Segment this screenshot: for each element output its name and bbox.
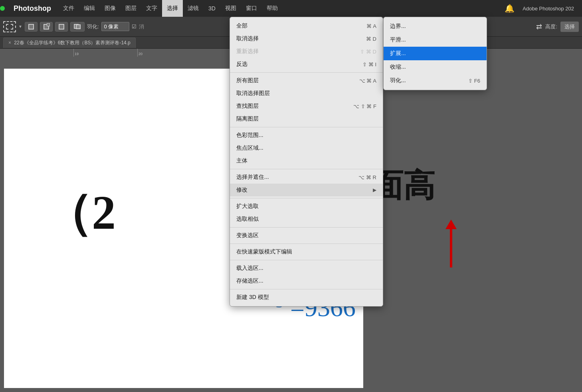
menu-select-all[interactable]: 全部 ⌘ A: [230, 20, 383, 32]
menu-all-layers-shortcut: ⌥ ⌘ A: [359, 78, 376, 84]
menu-select-all-shortcut: ⌘ A: [366, 23, 376, 29]
marquee-tool-icon: [3, 21, 16, 32]
menu-reselect-label: 重新选择: [236, 48, 259, 55]
anti-alias-checkbox[interactable]: ☑: [132, 24, 137, 30]
feather-label: 羽化:: [87, 23, 99, 30]
submenu-expand[interactable]: 扩展...: [384, 47, 487, 60]
menu-transform-selection-label: 变换选区: [236, 232, 259, 239]
menu-select-mask-shortcut: ⌥ ⌘ R: [358, 174, 376, 180]
mode-intersect-btn[interactable]: [70, 22, 85, 32]
menu-reselect[interactable]: 重新选择 ⇧ ⌘ D: [230, 45, 383, 58]
menu-all-layers[interactable]: 所有图层 ⌥ ⌘ A: [230, 74, 383, 87]
submenu-feather-label: 羽化...: [390, 77, 406, 84]
mode-subtract-btn[interactable]: [55, 22, 68, 32]
menu-focus-area-label: 焦点区域...: [236, 145, 263, 152]
menu-inverse-label: 反选: [236, 61, 247, 68]
submenu-expand-label: 扩展...: [390, 50, 406, 57]
delete-label: 消: [139, 23, 144, 30]
menu-transform-selection[interactable]: 变换选区: [230, 229, 383, 242]
menu-find-layers[interactable]: 查找图层 ⌥ ⇧ ⌘ F: [230, 100, 383, 113]
ruler-mark-19: 19: [73, 49, 79, 57]
menu-reselect-shortcut: ⇧ ⌘ D: [360, 49, 376, 55]
separator-8: [230, 289, 383, 289]
menu-similar[interactable]: 选取相似: [230, 213, 383, 226]
menu-window[interactable]: 窗口: [241, 0, 262, 17]
dropdown-arrow-icon[interactable]: ▼: [18, 24, 22, 29]
menu-save-selection[interactable]: 存储选区...: [230, 275, 383, 287]
menu-all-layers-label: 所有图层: [236, 77, 259, 84]
traffic-light-green: [0, 6, 5, 11]
select-dropdown-menu: 全部 ⌘ A 取消选择 ⌘ D 重新选择 ⇧ ⌘ D 反选 ⇧ ⌘ I 所有图层…: [230, 17, 383, 307]
menu-3d[interactable]: 3D: [204, 0, 220, 17]
menu-select-all-label: 全部: [236, 22, 247, 30]
menu-quickmask[interactable]: 在快速蒙版模式下编辑: [230, 245, 383, 258]
menu-deselect-shortcut: ⌘ D: [366, 36, 376, 42]
select-button[interactable]: 选择: [560, 22, 579, 32]
menu-grow-label: 扩大选取: [236, 203, 259, 210]
modify-submenu: 边界... 平滑... 扩展... 收缩... 羽化... ⇧ F6: [383, 17, 487, 90]
menu-new-3d-label: 新建 3D 模型: [236, 294, 269, 301]
menu-load-selection[interactable]: 载入选区...: [230, 262, 383, 275]
menu-focus-area[interactable]: 焦点区域...: [230, 142, 383, 154]
menu-modify-label: 修改: [236, 186, 247, 194]
canvas-text-left: （2: [44, 180, 116, 245]
tab-document[interactable]: × 22春《全品学练考》6数下教用（BS）素养测评卷-14.p: [3, 38, 136, 48]
feather-input[interactable]: [101, 22, 129, 31]
menu-deselect-layers[interactable]: 取消选择图层: [230, 87, 383, 100]
menu-view[interactable]: 视图: [220, 0, 241, 17]
menu-file[interactable]: 文件: [58, 0, 79, 17]
toolbar-right: ⇄ 高度: 选择: [536, 22, 579, 32]
submenu-smooth[interactable]: 平滑...: [384, 33, 487, 47]
menu-grow[interactable]: 扩大选取: [230, 200, 383, 213]
menu-filter[interactable]: 滤镜: [183, 0, 204, 17]
submenu-contract[interactable]: 收缩...: [384, 60, 487, 74]
menu-isolate-layers[interactable]: 隔离图层: [230, 113, 383, 125]
tab-title: 22春《全品学练考》6数下教用（BS）素养测评卷-14.p: [14, 40, 130, 46]
menu-load-selection-label: 载入选区...: [236, 265, 263, 272]
menu-select[interactable]: 选择: [162, 0, 183, 17]
menu-color-range-label: 色彩范围...: [236, 132, 263, 139]
menu-deselect-label: 取消选择: [236, 35, 259, 42]
menu-select-mask[interactable]: 选择并遮住... ⌥ ⌘ R: [230, 171, 383, 184]
height-label: 高度:: [545, 23, 557, 30]
submenu-feather[interactable]: 羽化... ⇧ F6: [384, 74, 487, 87]
menu-text[interactable]: 文字: [141, 0, 162, 17]
menu-inverse-shortcut: ⇧ ⌘ I: [362, 61, 376, 67]
menu-color-range[interactable]: 色彩范围...: [230, 129, 383, 142]
submenu-smooth-label: 平滑...: [390, 36, 406, 44]
menu-isolate-layers-label: 隔离图层: [236, 115, 259, 123]
menu-save-selection-label: 存储选区...: [236, 277, 263, 285]
separator-5: [230, 227, 383, 228]
tab-close-icon[interactable]: ×: [8, 40, 11, 46]
menu-subject[interactable]: 主体: [230, 154, 383, 167]
menu-deselect[interactable]: 取消选择 ⌘ D: [230, 32, 383, 45]
separator-6: [230, 244, 383, 244]
menu-help[interactable]: 帮助: [262, 0, 283, 17]
menu-find-layers-label: 查找图层: [236, 103, 259, 110]
menu-deselect-layers-label: 取消选择图层: [236, 90, 270, 97]
menu-image[interactable]: 图像: [100, 0, 121, 17]
separator-2: [230, 127, 383, 127]
menu-find-layers-shortcut: ⌥ ⇧ ⌘ F: [353, 103, 376, 109]
submenu-feather-shortcut: ⇧ F6: [468, 78, 480, 84]
mode-single-btn[interactable]: [25, 22, 38, 32]
notification-icon: 🔔: [505, 4, 523, 13]
menu-new-3d[interactable]: 新建 3D 模型: [230, 291, 383, 304]
menu-inverse[interactable]: 反选 ⇧ ⌘ I: [230, 58, 383, 71]
menu-edit[interactable]: 编辑: [79, 0, 100, 17]
separator-3: [230, 169, 383, 169]
ruler-mark-20: 20: [137, 49, 143, 57]
submenu-border[interactable]: 边界...: [384, 20, 487, 33]
menu-modify[interactable]: 修改 ▶: [230, 184, 383, 196]
menu-similar-label: 选取相似: [236, 216, 259, 223]
menu-subject-label: 主体: [236, 157, 247, 164]
submenu-border-label: 边界...: [390, 23, 406, 30]
menu-layer[interactable]: 图层: [121, 0, 141, 17]
separator-4: [230, 198, 383, 198]
submenu-contract-label: 收缩...: [390, 63, 406, 71]
mode-add-btn[interactable]: [40, 22, 53, 32]
header-right: Adobe Photoshop 202: [523, 6, 582, 12]
menu-quickmask-label: 在快速蒙版模式下编辑: [236, 248, 292, 255]
submenu-arrow-icon: ▶: [373, 187, 376, 193]
separator-7: [230, 260, 383, 260]
